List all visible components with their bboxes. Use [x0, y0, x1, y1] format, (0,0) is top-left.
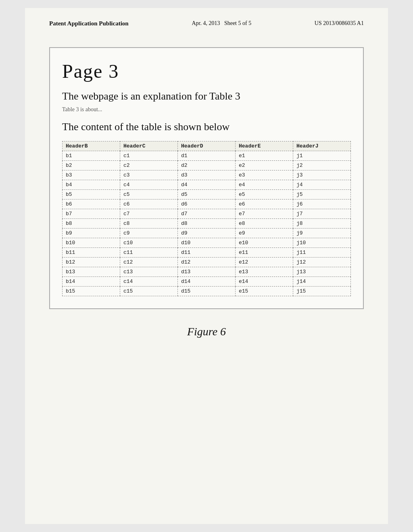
table-cell: d12	[178, 258, 236, 267]
table-row: b11c11d11e11j11	[63, 248, 351, 258]
table-cell: j2	[293, 161, 351, 170]
header-right: US 2013/0086035 A1	[315, 20, 364, 27]
table-cell: j15	[293, 287, 351, 296]
sheet-info: Sheet 5 of 5	[224, 20, 251, 26]
table-row: b9c9d9e9j9	[63, 229, 351, 238]
table-row: b13c13d13e13j13	[63, 267, 351, 277]
table-cell: j1	[293, 151, 351, 161]
patent-application-publication: Patent Application Publication	[49, 20, 129, 27]
page: Patent Application Publication Apr. 4, 2…	[25, 8, 388, 524]
data-table: HeaderBHeaderCHeaderDHeaderEHeaderJ b1c1…	[62, 141, 351, 296]
table-cell: b14	[63, 277, 120, 287]
table-cell: c14	[120, 277, 178, 287]
table-cell: e10	[236, 238, 293, 248]
table-cell: e13	[236, 267, 293, 277]
table-content-label: The content of the table is shown below	[62, 121, 351, 133]
page-header: Patent Application Publication Apr. 4, 2…	[49, 20, 364, 31]
table-cell: d9	[178, 229, 236, 238]
table-cell: c10	[120, 238, 178, 248]
figure-label: Figure 6	[49, 325, 364, 338]
table-cell: c7	[120, 209, 178, 219]
table-cell: c4	[120, 180, 178, 190]
table-cell: j4	[293, 180, 351, 190]
table-row: b15c15d15e15j15	[63, 287, 351, 296]
table-cell: d8	[178, 219, 236, 229]
patent-number: US 2013/0086035 A1	[315, 20, 364, 26]
table-cell: b5	[63, 190, 120, 200]
table-cell: j12	[293, 258, 351, 267]
table-cell: d2	[178, 161, 236, 170]
table-cell: b10	[63, 238, 120, 248]
table-row: b3c3d3e3j3	[63, 170, 351, 180]
table-cell: j3	[293, 170, 351, 180]
table-cell: d13	[178, 267, 236, 277]
table-cell: e5	[236, 190, 293, 200]
table-cell: d14	[178, 277, 236, 287]
table-cell: j13	[293, 267, 351, 277]
table-row: b10c10d10e10j10	[63, 238, 351, 248]
table-cell: j14	[293, 277, 351, 287]
table-header-cell: HeaderB	[63, 141, 120, 151]
table-cell: d3	[178, 170, 236, 180]
table-row: b2c2d2e2j2	[63, 161, 351, 170]
table-header-cell: HeaderC	[120, 141, 178, 151]
table-cell: e1	[236, 151, 293, 161]
table-cell: d1	[178, 151, 236, 161]
table-cell: j11	[293, 248, 351, 258]
table-cell: c5	[120, 190, 178, 200]
table-cell: d11	[178, 248, 236, 258]
table-header-cell: HeaderJ	[293, 141, 351, 151]
table-cell: b15	[63, 287, 120, 296]
table-cell: d4	[178, 180, 236, 190]
table-header-cell: HeaderE	[236, 141, 293, 151]
table-cell: b8	[63, 219, 120, 229]
table-cell: d10	[178, 238, 236, 248]
table-cell: j5	[293, 190, 351, 200]
header-center: Apr. 4, 2013 Sheet 5 of 5	[192, 20, 251, 27]
table-cell: c12	[120, 258, 178, 267]
table-cell: e8	[236, 219, 293, 229]
table-row: b12c12d12e12j12	[63, 258, 351, 267]
table-cell: b2	[63, 161, 120, 170]
header-left: Patent Application Publication	[49, 20, 129, 27]
table-cell: c3	[120, 170, 178, 180]
table-cell: e12	[236, 258, 293, 267]
table-header-row: HeaderBHeaderCHeaderDHeaderEHeaderJ	[63, 141, 351, 151]
table-cell: e15	[236, 287, 293, 296]
table-cell: e6	[236, 200, 293, 209]
table-row: b1c1d1e1j1	[63, 151, 351, 161]
content-box: Page 3 The webpage is an explanation for…	[49, 47, 364, 309]
table-cell: b1	[63, 151, 120, 161]
table-cell: e3	[236, 170, 293, 180]
table-cell: c1	[120, 151, 178, 161]
table-cell: d5	[178, 190, 236, 200]
table-cell: d7	[178, 209, 236, 219]
table-cell: c2	[120, 161, 178, 170]
table-row: b4c4d4e4j4	[63, 180, 351, 190]
table-row: b8c8d8e8j8	[63, 219, 351, 229]
table-cell: e7	[236, 209, 293, 219]
table-about: Table 3 is about...	[62, 106, 351, 113]
table-cell: b12	[63, 258, 120, 267]
table-cell: d6	[178, 200, 236, 209]
table-cell: c8	[120, 219, 178, 229]
table-row: b6c6d6e6j6	[63, 200, 351, 209]
table-cell: b6	[63, 200, 120, 209]
webpage-explanation: The webpage is an explanation for Table …	[62, 90, 351, 102]
table-cell: j8	[293, 219, 351, 229]
table-cell: e2	[236, 161, 293, 170]
table-cell: j6	[293, 200, 351, 209]
table-cell: b3	[63, 170, 120, 180]
table-cell: c13	[120, 267, 178, 277]
table-header-cell: HeaderD	[178, 141, 236, 151]
table-cell: d15	[178, 287, 236, 296]
table-cell: c15	[120, 287, 178, 296]
table-cell: b9	[63, 229, 120, 238]
table-body: b1c1d1e1j1b2c2d2e2j2b3c3d3e3j3b4c4d4e4j4…	[63, 151, 351, 296]
table-cell: e11	[236, 248, 293, 258]
table-cell: b7	[63, 209, 120, 219]
table-cell: b4	[63, 180, 120, 190]
table-cell: j7	[293, 209, 351, 219]
table-cell: j10	[293, 238, 351, 248]
table-row: b14c14d14e14j14	[63, 277, 351, 287]
